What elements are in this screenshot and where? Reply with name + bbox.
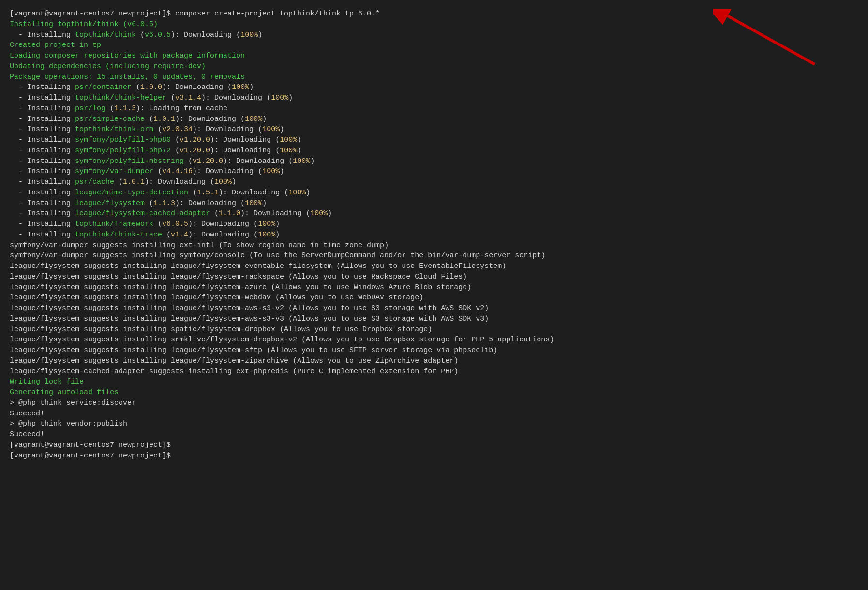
output-line-15: - Installing symfony/var-dumper (v4.4.16…: [10, 166, 858, 177]
output-line-6: Package operations: 15 installs, 0 updat…: [10, 72, 858, 83]
suggest-line-9: league/flysystem suggests installing spa…: [10, 324, 858, 335]
output-line-17: - Installing league/mime-type-detection …: [10, 188, 858, 198]
final-prompt: [vagrant@vagrant-centos7 newproject]$: [10, 440, 858, 451]
suggest-line-6: league/flysystem suggests installing lea…: [10, 293, 858, 303]
succeed-1: Succeed!: [10, 409, 858, 419]
output-line-7: - Installing psr/container (1.0.0): Down…: [10, 82, 858, 93]
output-line-3: Created project in tp: [10, 40, 858, 51]
writing-lock-file: Writing lock file: [10, 377, 858, 387]
suggest-line-3: league/flysystem suggests installing lea…: [10, 261, 858, 272]
output-line-10: - Installing psr/simple-cache (1.0.1): D…: [10, 114, 858, 125]
output-line-12: - Installing symfony/polyfill-php80 (v1.…: [10, 135, 858, 146]
suggest-line-2: symfony/var-dumper suggests installing s…: [10, 251, 858, 261]
output-line-13: - Installing symfony/polyfill-php72 (v1.…: [10, 146, 858, 156]
output-line-16: - Installing psr/cache (1.0.1): Download…: [10, 177, 858, 188]
output-line-9: - Installing psr/log (1.1.3): Loading fr…: [10, 103, 858, 114]
suggest-line-13: league/flysystem-cached-adapter suggests…: [10, 367, 858, 377]
terminal-window: [vagrant@vagrant-centos7 newproject]$ co…: [10, 9, 858, 461]
suggest-line-12: league/flysystem suggests installing lea…: [10, 356, 858, 367]
output-line-14: - Installing symfony/polyfill-mbstring (…: [10, 156, 858, 167]
output-line-18: - Installing league/flysystem (1.1.3): D…: [10, 198, 858, 209]
next-prompt: [vagrant@vagrant-centos7 newproject]$: [10, 451, 858, 461]
prompt-line: [vagrant@vagrant-centos7 newproject]$ co…: [10, 9, 858, 19]
suggest-line-10: league/flysystem suggests installing srm…: [10, 335, 858, 345]
suggest-line-4: league/flysystem suggests installing lea…: [10, 272, 858, 282]
output-line-11: - Installing topthink/think-orm (v2.0.34…: [10, 124, 858, 135]
output-line-8: - Installing topthink/think-helper (v3.1…: [10, 93, 858, 103]
suggest-line-8: league/flysystem suggests installing lea…: [10, 314, 858, 324]
output-line-20: - Installing topthink/framework (v6.0.5)…: [10, 219, 858, 230]
output-line-4: Loading composer repositories with packa…: [10, 51, 858, 61]
suggest-line-11: league/flysystem suggests installing lea…: [10, 345, 858, 356]
suggest-line-5: league/flysystem suggests installing lea…: [10, 282, 858, 293]
output-line-19: - Installing league/flysystem-cached-ada…: [10, 208, 858, 219]
output-line-21: - Installing topthink/think-trace (v1.4)…: [10, 230, 858, 240]
output-line-5: Updating dependencies (including require…: [10, 61, 858, 72]
suggest-line-1: symfony/var-dumper suggests installing e…: [10, 240, 858, 251]
output-line-1: Installing topthink/think (v6.0.5): [10, 19, 858, 30]
output-line-2: - Installing topthink/think (v6.0.5): Do…: [10, 30, 858, 41]
cmd-service-discover: > @php think service:discover: [10, 398, 858, 409]
suggest-line-7: league/flysystem suggests installing lea…: [10, 303, 858, 314]
succeed-2: Succeed!: [10, 429, 858, 440]
cmd-vendor-publish: > @php think vendor:publish: [10, 419, 858, 429]
generating-autoload: Generating autoload files: [10, 387, 858, 398]
